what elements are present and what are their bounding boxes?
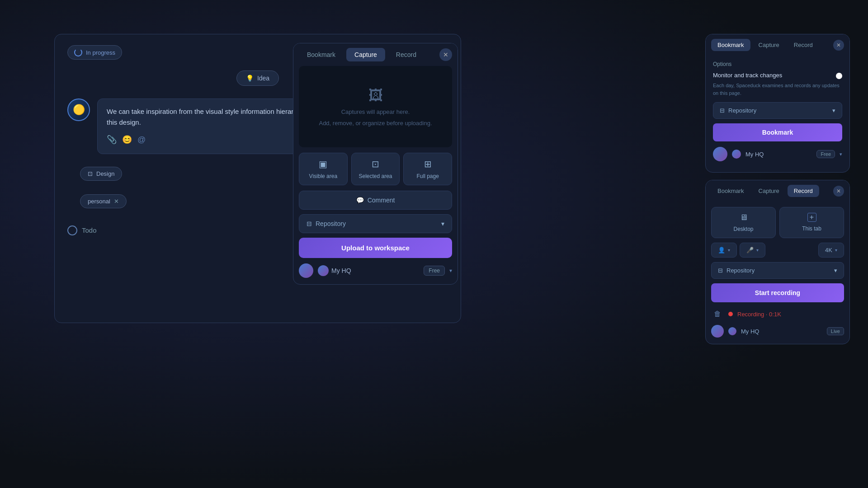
start-recording-label: Start recording (755, 289, 800, 296)
bookmark-widget-close-button[interactable]: ✕ (833, 40, 844, 51)
bw-chevron-icon[interactable]: ▾ (840, 151, 842, 157)
status-label: In progress (86, 49, 115, 56)
todo-circle-icon (67, 225, 77, 235)
quality-label: 4K (825, 247, 832, 253)
chevron-down-icon: ▾ (441, 220, 444, 227)
tab-capture[interactable]: Capture (346, 48, 385, 61)
rw-myhq-avatar (711, 325, 724, 338)
bw-tab-bookmark[interactable]: Bookmark (711, 39, 750, 51)
tab-record[interactable]: Record (388, 48, 425, 61)
bw-myhq-name: My HQ (745, 151, 812, 158)
quality-button[interactable]: 4K ▾ (818, 243, 844, 258)
options-section: Options Monitor and track changes Each d… (706, 56, 849, 172)
capture-myhq-footer: My HQ Free ▾ (299, 263, 452, 278)
attachment-icon[interactable]: 📎 (107, 133, 117, 146)
capture-preview-area: 🖼 Captures will appear here. Add, remove… (299, 66, 452, 147)
avatar: 🟡 (67, 99, 90, 121)
recording-status-text: Recording · 0:1K (737, 311, 781, 318)
visible-area-button[interactable]: ▣ Visible area (299, 153, 348, 185)
options-label: Options (713, 61, 842, 67)
capture-close-button[interactable]: ✕ (439, 48, 452, 61)
tag-label: personal (88, 198, 110, 205)
comment-button[interactable]: 💬 Comment (299, 191, 452, 210)
mic-icon: 🎤 (746, 247, 754, 253)
bookmark-repository-dropdown[interactable]: ⊟ Repository ▾ (713, 102, 842, 119)
quality-chevron-icon: ▾ (835, 248, 837, 253)
selected-area-icon: ⊡ (372, 159, 379, 169)
idea-label: Idea (257, 75, 269, 82)
idea-button[interactable]: 💡 Idea (236, 70, 279, 86)
preview-placeholder-line1: Captures will appear here. (341, 108, 410, 115)
record-myhq-row: My HQ Live (711, 325, 844, 338)
start-recording-button[interactable]: Start recording (711, 283, 844, 302)
recording-dot-icon (728, 312, 733, 316)
lightbulb-icon: 💡 (246, 75, 254, 82)
design-badge: ⊡ Design (80, 167, 122, 181)
comment-icon: 💬 (356, 197, 364, 204)
comment-label: Comment (368, 197, 395, 204)
monitor-desc: Each day, Spaceduck examines and records… (713, 82, 842, 97)
bw-tab-record[interactable]: Record (788, 39, 819, 51)
record-widget: Bookmark Capture Record ✕ 🖥 Desktop + Th… (705, 180, 850, 344)
todo-label: Todo (82, 226, 97, 234)
bw-myhq-avatar2 (732, 150, 741, 159)
personal-tag: personal ✕ (80, 194, 127, 208)
bw-repo-left: ⊟ Repository (720, 107, 756, 114)
upload-to-workspace-button[interactable]: Upload to workspace (299, 238, 452, 258)
rw-tab-record[interactable]: Record (788, 185, 819, 197)
capture-repository-dropdown[interactable]: ⊟ Repository ▾ (299, 214, 452, 233)
tab-bookmark[interactable]: Bookmark (299, 48, 344, 61)
capture-panel: Bookmark Capture Record ✕ 🖼 Captures wil… (293, 43, 458, 285)
capture-myhq-avatar (299, 263, 313, 278)
camera-button[interactable]: 👤 ▾ (711, 243, 737, 258)
av-controls: 👤 ▾ 🎤 ▾ 4K ▾ (706, 243, 849, 262)
bookmark-cta-button[interactable]: Bookmark (713, 123, 842, 141)
record-tab-bar: Bookmark Capture Record ✕ (706, 180, 849, 202)
emoji-icon[interactable]: 😊 (122, 133, 132, 146)
capture-tab-bar: Bookmark Capture Record ✕ (293, 43, 458, 66)
rw-tab-capture[interactable]: Capture (752, 185, 786, 197)
selected-area-button[interactable]: ⊡ Selected area (351, 153, 400, 185)
rw-tab-bookmark[interactable]: Bookmark (711, 185, 750, 197)
record-widget-close-button[interactable]: ✕ (833, 186, 844, 197)
rw-repo-label: Repository (726, 267, 755, 274)
camera-chevron-icon: ▾ (728, 248, 730, 253)
full-page-button[interactable]: ⊞ Full page (403, 153, 452, 185)
source-options: 🖥 Desktop + This tab (706, 202, 849, 243)
bw-repo-label: Repository (728, 107, 756, 114)
bw-tab-capture[interactable]: Capture (752, 39, 786, 51)
preview-placeholder-line2: Add, remove, or organize before uploadin… (319, 120, 432, 127)
selected-area-label: Selected area (359, 173, 392, 179)
record-repository-dropdown[interactable]: ⊟ Repository ▾ (711, 262, 844, 279)
capture-myhq-chevron-icon[interactable]: ▾ (449, 267, 452, 274)
desktop-icon: 🖥 (740, 213, 748, 222)
desktop-label: Desktop (733, 226, 753, 232)
camera-icon: 👤 (718, 247, 725, 253)
mention-icon[interactable]: @ (137, 133, 146, 146)
bookmark-myhq-row: My HQ Free ▾ (713, 147, 842, 167)
design-icon: ⊡ (88, 170, 93, 177)
capture-myhq-avatar2 (318, 265, 329, 276)
monitor-toggle[interactable] (836, 73, 842, 79)
bw-repo-icon: ⊟ (720, 107, 725, 114)
rw-myhq-name: My HQ (741, 328, 822, 335)
tag-remove-button[interactable]: ✕ (114, 198, 119, 205)
visible-area-icon: ▣ (319, 159, 327, 169)
spinner-icon (74, 48, 82, 56)
repo-icon: ⊟ (307, 220, 312, 227)
bookmark-tab-bar: Bookmark Capture Record ✕ (706, 34, 849, 56)
tab-icon: + (807, 213, 816, 222)
mic-chevron-icon: ▾ (756, 248, 759, 253)
desktop-source-button[interactable]: 🖥 Desktop (711, 207, 776, 238)
status-badge: In progress (67, 45, 122, 60)
this-tab-label: This tab (802, 225, 821, 232)
this-tab-source-button[interactable]: + This tab (779, 207, 844, 238)
recording-delete-button[interactable]: 🗑 (711, 308, 724, 320)
mic-button[interactable]: 🎤 ▾ (740, 243, 765, 258)
upload-label: Upload to workspace (341, 244, 410, 252)
repo-label: Repository (316, 220, 346, 227)
avatar-emoji: 🟡 (73, 104, 85, 116)
bw-myhq-plan: Free (816, 150, 835, 158)
repo-left: ⊟ Repository (307, 220, 346, 227)
recording-indicator: 🗑 Recording · 0:1K (711, 308, 844, 320)
